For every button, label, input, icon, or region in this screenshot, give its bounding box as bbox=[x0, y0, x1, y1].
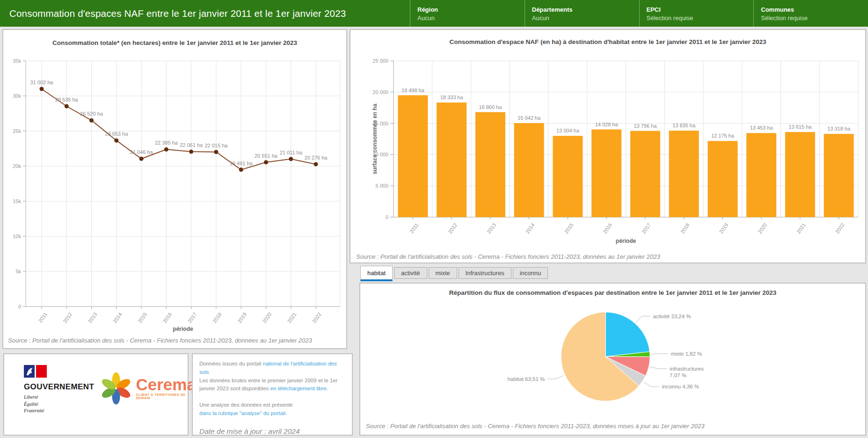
svg-text:mixte 1,82 %: mixte 1,82 % bbox=[671, 351, 702, 357]
tab-infrastructures[interactable]: Infrastructures bbox=[459, 267, 511, 279]
motto-line: Liberté bbox=[24, 394, 94, 401]
svg-text:2013: 2013 bbox=[87, 311, 98, 324]
pie-chart-source: Source : Portail de l'artificialisation … bbox=[366, 423, 704, 430]
cerema-logo: Cerema CLIMAT & TERRITOIRES DE DEMAIN bbox=[100, 371, 197, 406]
svg-text:15 042 ha: 15 042 ha bbox=[518, 115, 541, 121]
line-chart-title: Consommation totale* (en hectares) entre… bbox=[3, 39, 346, 46]
svg-text:2012: 2012 bbox=[447, 222, 458, 234]
filter-epci[interactable]: EPCI Sélection requise bbox=[639, 0, 754, 27]
destination-share-card: Répartition du flux de consommation d'es… bbox=[359, 283, 866, 436]
svg-text:16 800 ha: 16 800 ha bbox=[479, 104, 502, 110]
filter-bar: Région Aucun Départements Aucun EPCI Sél… bbox=[410, 0, 868, 27]
cerema-pinwheel-icon bbox=[100, 371, 132, 406]
total-consumption-card: Consommation totale* (en hectares) entre… bbox=[2, 29, 347, 349]
svg-text:13 615 ha: 13 615 ha bbox=[788, 124, 812, 130]
filter-epci-value: Sélection requise bbox=[647, 15, 747, 22]
tab-inconnu[interactable]: inconnu bbox=[513, 267, 548, 279]
svg-text:période: période bbox=[173, 326, 193, 332]
bar-chart-source: Source : Portail de l'artificialisation … bbox=[356, 253, 660, 260]
filter-region[interactable]: Région Aucun bbox=[410, 0, 525, 27]
filter-region-label: Région bbox=[417, 6, 518, 13]
svg-text:20k: 20k bbox=[13, 163, 21, 169]
motto-line: Égalité bbox=[24, 401, 94, 408]
svg-text:20 276 ha: 20 276 ha bbox=[305, 155, 328, 161]
info-text: Données issues du portail bbox=[199, 361, 263, 366]
svg-text:2012: 2012 bbox=[62, 311, 73, 324]
svg-text:19 498 ha: 19 498 ha bbox=[401, 88, 425, 93]
svg-text:2013: 2013 bbox=[486, 222, 497, 234]
svg-text:23 653 ha: 23 653 ha bbox=[105, 131, 128, 137]
svg-text:2022: 2022 bbox=[834, 222, 846, 234]
page-title: Consommation d'espaces NAF entre le 1er … bbox=[0, 0, 410, 27]
svg-text:20 551 ha: 20 551 ha bbox=[255, 153, 278, 159]
pie-chart-title: Répartition du flux de consommation d'es… bbox=[360, 289, 865, 296]
cerema-wordmark: Cerema bbox=[136, 377, 197, 392]
logos-card: GOUVERNEMENT Liberté Égalité Fraternité bbox=[3, 353, 189, 436]
french-flag-icon bbox=[24, 365, 47, 378]
svg-text:2019: 2019 bbox=[236, 311, 248, 324]
svg-text:22 015 ha: 22 015 ha bbox=[204, 143, 228, 148]
line-chart-source: Source : Portail de l'artificialisation … bbox=[8, 337, 312, 344]
info-text: . bbox=[327, 386, 328, 391]
dashboard-page: Consommation d'espaces NAF entre le 1er … bbox=[0, 0, 868, 438]
svg-text:5 000: 5 000 bbox=[375, 183, 388, 189]
svg-text:2020: 2020 bbox=[757, 222, 768, 234]
tab-mixte[interactable]: mixte bbox=[429, 267, 457, 279]
svg-text:25 000: 25 000 bbox=[372, 58, 388, 64]
svg-text:2014: 2014 bbox=[112, 311, 123, 324]
habitat-bar-chart[interactable]: 05 00010 00015 00020 00025 00019 498 ha2… bbox=[350, 49, 865, 246]
svg-text:25k: 25k bbox=[13, 128, 21, 134]
filter-epci-label: EPCI bbox=[647, 6, 747, 13]
svg-text:12 175 ha: 12 175 ha bbox=[711, 133, 735, 139]
svg-text:2020: 2020 bbox=[262, 311, 273, 324]
filter-communes-label: Communes bbox=[761, 6, 861, 13]
svg-text:31 002 ha: 31 002 ha bbox=[30, 80, 54, 85]
bar-chart-title: Consommation d'espace NAF (en ha) à dest… bbox=[350, 38, 865, 45]
svg-text:2018: 2018 bbox=[679, 222, 691, 234]
svg-text:2014: 2014 bbox=[525, 222, 536, 234]
gouvernement-motto: Liberté Égalité Fraternité bbox=[24, 394, 94, 415]
svg-text:2021: 2021 bbox=[795, 222, 807, 234]
svg-text:activité 23,24 %: activité 23,24 % bbox=[653, 314, 691, 319]
tab-habitat[interactable]: habitat bbox=[360, 266, 393, 281]
info-card: Données issues du portail national de l'… bbox=[192, 353, 353, 436]
svg-text:0: 0 bbox=[386, 214, 388, 220]
info-paragraph: Les données brutes entre le premier janv… bbox=[199, 377, 345, 394]
svg-text:surface consommée en ha: surface consommée en ha bbox=[372, 103, 378, 174]
info-paragraphs: Données issues du portail national de l'… bbox=[199, 360, 345, 418]
filter-departements-value: Aucun bbox=[532, 15, 632, 22]
info-paragraph: Données issues du portail national de l'… bbox=[199, 360, 345, 377]
filter-communes[interactable]: Communes Sélection requise bbox=[753, 0, 868, 27]
svg-text:2021: 2021 bbox=[286, 311, 298, 324]
motto-line: Fraternité bbox=[24, 408, 94, 415]
svg-text:19 491 ha: 19 491 ha bbox=[230, 161, 253, 166]
tab-activite[interactable]: activité bbox=[394, 267, 427, 279]
filter-departements[interactable]: Départements Aucun bbox=[525, 0, 639, 27]
filter-region-value: Aucun bbox=[417, 15, 518, 22]
filter-departements-label: Départements bbox=[532, 6, 632, 13]
svg-text:18 333 ha: 18 333 ha bbox=[440, 95, 464, 100]
svg-text:35k: 35k bbox=[13, 58, 21, 64]
cerema-tagline: CLIMAT & TERRITOIRES DE DEMAIN bbox=[136, 393, 197, 400]
svg-text:21 046 ha: 21 046 ha bbox=[130, 149, 153, 155]
gouvernement-logo: GOUVERNEMENT Liberté Égalité Fraternité bbox=[24, 365, 94, 415]
app-header: Consommation d'espaces NAF entre le 1er … bbox=[0, 0, 868, 27]
total-consumption-line-chart[interactable]: 05k10k15k20k25k30k35k201131 002 ha201228… bbox=[3, 49, 346, 332]
destination-pie-chart[interactable]: activité 23,24 %mixte 1,82 %infrastructu… bbox=[360, 299, 865, 420]
svg-text:14 028 ha: 14 028 ha bbox=[595, 122, 619, 127]
info-text: Une analyse des données est présente bbox=[199, 402, 292, 408]
svg-text:28 535 ha: 28 535 ha bbox=[55, 97, 79, 102]
svg-text:0: 0 bbox=[18, 304, 21, 309]
filter-communes-value: Sélection requise bbox=[761, 15, 861, 22]
svg-text:habitat 63,51 %: habitat 63,51 % bbox=[507, 376, 545, 382]
svg-text:2019: 2019 bbox=[718, 222, 729, 234]
svg-text:13 835 ha: 13 835 ha bbox=[672, 123, 696, 128]
info-link[interactable]: dans la rubrique "analyse" du portail. bbox=[199, 410, 287, 416]
svg-text:15k: 15k bbox=[13, 198, 21, 204]
svg-text:inconnu 4,36 %: inconnu 4,36 % bbox=[662, 384, 699, 389]
info-link[interactable]: en téléchargement libre bbox=[270, 386, 327, 391]
svg-text:2022: 2022 bbox=[311, 311, 322, 324]
svg-text:21 011 ha: 21 011 ha bbox=[280, 150, 303, 155]
destination-tabs: habitat activité mixte Infrastructures i… bbox=[360, 264, 548, 281]
svg-text:26 520 ha: 26 520 ha bbox=[80, 111, 103, 117]
